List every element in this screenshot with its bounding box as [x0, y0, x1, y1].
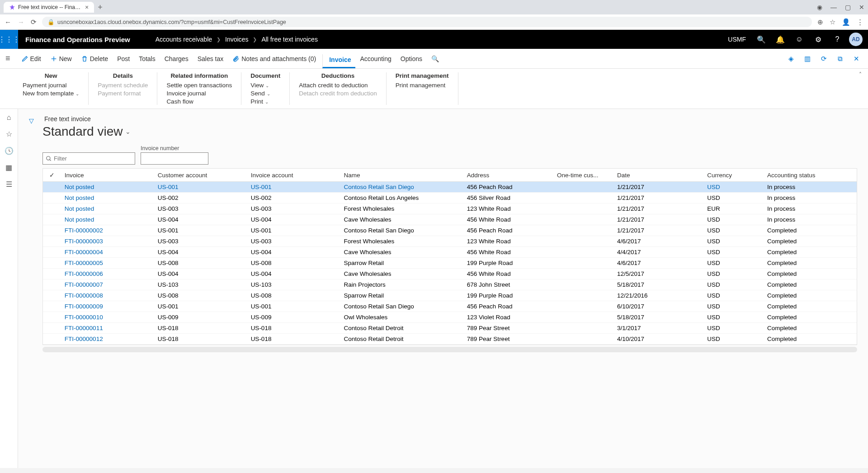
modules-icon[interactable]: ☰	[6, 180, 12, 189]
table-row[interactable]: FTI-00000002US-001US-001Contoso Retail S…	[43, 225, 857, 236]
view-link[interactable]: View⌄	[250, 82, 280, 89]
cell-invoice[interactable]: FTI-00000011	[61, 323, 154, 334]
cell-invoice[interactable]: FTI-00000003	[61, 236, 154, 247]
cell-customer[interactable]: US-008	[154, 258, 247, 269]
cell-invoice[interactable]: FTI-00000008	[61, 290, 154, 301]
totals-button[interactable]: Totals	[134, 53, 160, 64]
star-icon[interactable]: ☆	[830, 18, 835, 26]
row-checkbox[interactable]	[43, 323, 61, 334]
refresh-icon[interactable]: ⟳	[817, 52, 830, 65]
popout-icon[interactable]: ⧉	[834, 52, 846, 65]
row-checkbox[interactable]	[43, 290, 61, 301]
cell-invoice[interactable]: FTI-00000007	[61, 279, 154, 290]
recent-icon[interactable]: 🕓	[5, 147, 14, 155]
search-icon[interactable]: 🔍	[754, 32, 769, 47]
table-row[interactable]: Not postedUS-001US-001Contoso Retail San…	[43, 182, 857, 193]
cell-invoice[interactable]: FTI-00000009	[61, 301, 154, 312]
tab-options[interactable]: Options	[396, 53, 427, 64]
cell-invoice[interactable]: Not posted	[61, 214, 154, 225]
cell-customer[interactable]: US-018	[154, 334, 247, 345]
row-checkbox[interactable]	[43, 225, 61, 236]
browser-tab[interactable]: Free text invoice -- Fina… ×	[4, 2, 94, 13]
col-address[interactable]: Address	[463, 169, 553, 182]
row-checkbox[interactable]	[43, 203, 61, 214]
zoom-icon[interactable]: ⊕	[817, 18, 823, 26]
breadcrumb-item[interactable]: All free text invoices	[261, 36, 318, 43]
collapse-ribbon-icon[interactable]: ˄	[859, 71, 862, 78]
minimize-icon[interactable]: —	[830, 4, 837, 11]
table-row[interactable]: Not postedUS-004US-004Cave Wholesales456…	[43, 214, 857, 225]
col-currency[interactable]: Currency	[703, 169, 764, 182]
cell-customer[interactable]: US-008	[154, 290, 247, 301]
workspace-icon[interactable]: ▦	[5, 163, 12, 172]
menu-icon[interactable]: ⋮	[857, 18, 863, 26]
row-checkbox[interactable]	[43, 301, 61, 312]
table-row[interactable]: FTI-00000006US-004US-004Cave Wholesales4…	[43, 269, 857, 279]
breadcrumb-item[interactable]: Accounts receivable	[156, 36, 212, 43]
cell-invoice[interactable]: Not posted	[61, 203, 154, 214]
office-icon[interactable]: ▥	[801, 52, 814, 65]
row-checkbox[interactable]	[43, 236, 61, 247]
col-invacct[interactable]: Invoice account	[247, 169, 340, 182]
table-row[interactable]: FTI-00000011US-018US-018Contoso Retail D…	[43, 323, 857, 334]
breadcrumb-item[interactable]: Invoices	[225, 36, 248, 43]
table-row[interactable]: FTI-00000005US-008US-008Sparrow Retail19…	[43, 258, 857, 269]
row-checkbox[interactable]	[43, 182, 61, 193]
new-button[interactable]: New	[46, 53, 76, 64]
cell-invoice[interactable]: FTI-00000002	[61, 225, 154, 236]
cell-customer[interactable]: US-003	[154, 236, 247, 247]
print-management-link[interactable]: Print management	[396, 82, 449, 89]
tab-close-icon[interactable]: ×	[85, 4, 89, 11]
new-from-template-link[interactable]: New from template⌄	[23, 90, 79, 97]
cell-customer[interactable]: US-001	[154, 301, 247, 312]
user-icon[interactable]: ◉	[817, 4, 822, 11]
back-icon[interactable]: ←	[5, 18, 11, 26]
row-checkbox[interactable]	[43, 312, 61, 323]
cell-customer[interactable]: US-018	[154, 323, 247, 334]
select-all-checkbox[interactable]: ✓	[43, 169, 61, 182]
cell-invoice[interactable]: FTI-00000010	[61, 312, 154, 323]
table-row[interactable]: FTI-00000008US-008US-008Sparrow Retail19…	[43, 290, 857, 301]
filter-input[interactable]	[42, 152, 135, 165]
col-invoice[interactable]: Invoice	[61, 169, 154, 182]
row-checkbox[interactable]	[43, 193, 61, 203]
table-row[interactable]: Not postedUS-003US-003Forest Wholesales1…	[43, 203, 857, 214]
row-checkbox[interactable]	[43, 279, 61, 290]
maximize-icon[interactable]: ▢	[845, 4, 851, 11]
cell-customer[interactable]: US-004	[154, 247, 247, 258]
company-selector[interactable]: USMF	[724, 36, 750, 43]
app-launcher-icon[interactable]: ⋮⋮⋮	[0, 30, 18, 49]
view-selector[interactable]: Standard view ⌄	[42, 124, 857, 139]
cell-invoice[interactable]: FTI-00000006	[61, 269, 154, 279]
cell-invoice[interactable]: Not posted	[61, 182, 154, 193]
diamond-icon[interactable]: ◈	[785, 52, 797, 65]
table-row[interactable]: FTI-00000009US-001US-001Contoso Retail S…	[43, 301, 857, 312]
notes-button[interactable]: Notes and attachments (0)	[228, 53, 321, 64]
post-button[interactable]: Post	[113, 53, 134, 64]
cell-customer[interactable]: US-009	[154, 312, 247, 323]
cell-customer[interactable]: US-103	[154, 279, 247, 290]
delete-button[interactable]: Delete	[76, 53, 113, 64]
row-checkbox[interactable]	[43, 247, 61, 258]
row-checkbox[interactable]	[43, 269, 61, 279]
invoice-number-input[interactable]	[141, 152, 208, 165]
charges-button[interactable]: Charges	[160, 53, 193, 64]
cell-invoice[interactable]: FTI-00000004	[61, 247, 154, 258]
invoice-journal-link[interactable]: Invoice journal	[166, 90, 232, 97]
settle-open-tx-link[interactable]: Settle open transactions	[166, 82, 232, 89]
reload-icon[interactable]: ⟳	[31, 18, 37, 26]
table-row[interactable]: FTI-00000007US-103US-103Rain Projectors6…	[43, 279, 857, 290]
tab-invoice[interactable]: Invoice	[322, 54, 355, 68]
forward-icon[interactable]: →	[18, 18, 24, 26]
help-icon[interactable]: ?	[830, 32, 844, 47]
payment-journal-link[interactable]: Payment journal	[23, 82, 79, 89]
cell-customer[interactable]: US-004	[154, 214, 247, 225]
home-icon[interactable]: ⌂	[7, 114, 11, 122]
cell-customer[interactable]: US-004	[154, 269, 247, 279]
cell-customer[interactable]: US-001	[154, 182, 247, 193]
cell-invoice[interactable]: Not posted	[61, 193, 154, 203]
tab-accounting[interactable]: Accounting	[355, 53, 396, 64]
col-onetime[interactable]: One-time cus...	[553, 169, 613, 182]
cell-customer[interactable]: US-003	[154, 203, 247, 214]
col-date[interactable]: Date	[613, 169, 703, 182]
